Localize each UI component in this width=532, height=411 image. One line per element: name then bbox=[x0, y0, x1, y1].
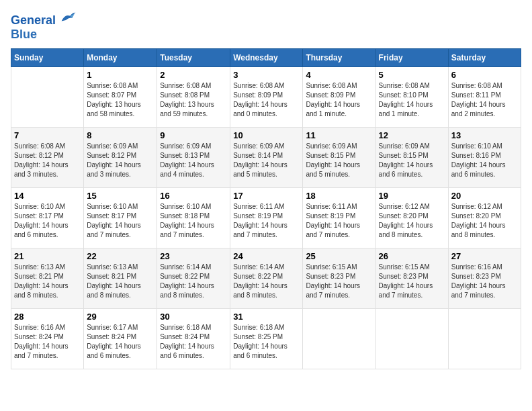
day-number: 4 bbox=[306, 70, 372, 80]
header-day-monday: Monday bbox=[84, 48, 157, 66]
day-info: Sunrise: 6:16 AMSunset: 8:24 PMDaylight:… bbox=[14, 324, 69, 359]
day-number: 18 bbox=[306, 191, 372, 201]
calendar-cell: 2 Sunrise: 6:08 AMSunset: 8:08 PMDayligh… bbox=[157, 66, 230, 127]
calendar-cell: 3 Sunrise: 6:08 AMSunset: 8:09 PMDayligh… bbox=[230, 66, 303, 127]
week-row-3: 14 Sunrise: 6:10 AMSunset: 8:17 PMDaylig… bbox=[11, 187, 521, 248]
day-number: 14 bbox=[14, 191, 81, 201]
calendar-header: SundayMondayTuesdayWednesdayThursdayFrid… bbox=[11, 48, 521, 66]
header-day-thursday: Thursday bbox=[303, 48, 375, 66]
day-info: Sunrise: 6:14 AMSunset: 8:22 PMDaylight:… bbox=[233, 263, 287, 299]
day-number: 6 bbox=[451, 70, 518, 80]
calendar-cell: 11 Sunrise: 6:09 AMSunset: 8:15 PMDaylig… bbox=[303, 127, 375, 187]
logo-blue: Blue bbox=[11, 28, 77, 42]
calendar-cell: 5 Sunrise: 6:08 AMSunset: 8:10 PMDayligh… bbox=[375, 66, 448, 127]
calendar-cell bbox=[303, 308, 375, 369]
calendar-cell: 1 Sunrise: 6:08 AMSunset: 8:07 PMDayligh… bbox=[84, 66, 157, 127]
day-info: Sunrise: 6:13 AMSunset: 8:21 PMDaylight:… bbox=[87, 263, 141, 299]
day-info: Sunrise: 6:08 AMSunset: 8:09 PMDaylight:… bbox=[306, 82, 360, 118]
calendar-cell: 26 Sunrise: 6:15 AMSunset: 8:23 PMDaylig… bbox=[375, 248, 448, 308]
day-info: Sunrise: 6:08 AMSunset: 8:08 PMDaylight:… bbox=[160, 82, 214, 118]
day-number: 26 bbox=[379, 251, 445, 261]
day-number: 30 bbox=[160, 312, 227, 322]
day-number: 9 bbox=[160, 130, 227, 140]
day-number: 22 bbox=[87, 251, 154, 261]
day-number: 25 bbox=[306, 251, 372, 261]
calendar-cell bbox=[375, 308, 448, 369]
week-row-1: 1 Sunrise: 6:08 AMSunset: 8:07 PMDayligh… bbox=[11, 66, 521, 127]
calendar-cell: 23 Sunrise: 6:14 AMSunset: 8:22 PMDaylig… bbox=[157, 248, 230, 308]
calendar-cell bbox=[448, 308, 521, 369]
day-info: Sunrise: 6:09 AMSunset: 8:15 PMDaylight:… bbox=[306, 142, 360, 178]
day-number: 19 bbox=[379, 191, 445, 201]
day-info: Sunrise: 6:09 AMSunset: 8:13 PMDaylight:… bbox=[160, 142, 214, 178]
day-number: 3 bbox=[233, 70, 300, 80]
header-day-saturday: Saturday bbox=[448, 48, 521, 66]
day-number: 29 bbox=[87, 312, 154, 322]
calendar-cell: 22 Sunrise: 6:13 AMSunset: 8:21 PMDaylig… bbox=[84, 248, 157, 308]
calendar-cell: 27 Sunrise: 6:16 AMSunset: 8:23 PMDaylig… bbox=[448, 248, 521, 308]
logo-text: General bbox=[11, 11, 77, 28]
week-row-4: 21 Sunrise: 6:13 AMSunset: 8:21 PMDaylig… bbox=[11, 248, 521, 308]
day-info: Sunrise: 6:11 AMSunset: 8:19 PMDaylight:… bbox=[233, 203, 287, 238]
day-number: 21 bbox=[14, 251, 81, 261]
day-info: Sunrise: 6:09 AMSunset: 8:14 PMDaylight:… bbox=[233, 142, 287, 178]
calendar-cell: 4 Sunrise: 6:08 AMSunset: 8:09 PMDayligh… bbox=[303, 66, 375, 127]
day-number: 24 bbox=[233, 251, 300, 261]
day-info: Sunrise: 6:13 AMSunset: 8:21 PMDaylight:… bbox=[14, 263, 69, 299]
calendar-cell: 15 Sunrise: 6:10 AMSunset: 8:17 PMDaylig… bbox=[84, 187, 157, 248]
calendar-cell: 16 Sunrise: 6:10 AMSunset: 8:18 PMDaylig… bbox=[157, 187, 230, 248]
calendar-cell: 12 Sunrise: 6:09 AMSunset: 8:15 PMDaylig… bbox=[375, 127, 448, 187]
logo-general: General bbox=[11, 13, 56, 27]
calendar-cell: 9 Sunrise: 6:09 AMSunset: 8:13 PMDayligh… bbox=[157, 127, 230, 187]
calendar-cell: 31 Sunrise: 6:18 AMSunset: 8:25 PMDaylig… bbox=[230, 308, 303, 369]
day-number: 2 bbox=[160, 70, 227, 80]
week-row-2: 7 Sunrise: 6:08 AMSunset: 8:12 PMDayligh… bbox=[11, 127, 521, 187]
calendar-cell: 6 Sunrise: 6:08 AMSunset: 8:11 PMDayligh… bbox=[448, 66, 521, 127]
day-number: 17 bbox=[233, 191, 300, 201]
day-info: Sunrise: 6:10 AMSunset: 8:17 PMDaylight:… bbox=[14, 203, 69, 238]
day-info: Sunrise: 6:16 AMSunset: 8:23 PMDaylight:… bbox=[451, 263, 506, 299]
header-day-wednesday: Wednesday bbox=[230, 48, 303, 66]
day-info: Sunrise: 6:09 AMSunset: 8:15 PMDaylight:… bbox=[379, 142, 433, 178]
day-number: 10 bbox=[233, 130, 300, 140]
day-info: Sunrise: 6:15 AMSunset: 8:23 PMDaylight:… bbox=[379, 263, 433, 299]
week-row-5: 28 Sunrise: 6:16 AMSunset: 8:24 PMDaylig… bbox=[11, 308, 521, 369]
calendar-cell: 28 Sunrise: 6:16 AMSunset: 8:24 PMDaylig… bbox=[11, 308, 84, 369]
calendar-cell: 17 Sunrise: 6:11 AMSunset: 8:19 PMDaylig… bbox=[230, 187, 303, 248]
calendar-cell: 24 Sunrise: 6:14 AMSunset: 8:22 PMDaylig… bbox=[230, 248, 303, 308]
day-info: Sunrise: 6:12 AMSunset: 8:20 PMDaylight:… bbox=[451, 203, 506, 238]
header-day-friday: Friday bbox=[375, 48, 448, 66]
day-info: Sunrise: 6:12 AMSunset: 8:20 PMDaylight:… bbox=[379, 203, 433, 238]
day-number: 15 bbox=[87, 191, 154, 201]
calendar-cell: 7 Sunrise: 6:08 AMSunset: 8:12 PMDayligh… bbox=[11, 127, 84, 187]
day-info: Sunrise: 6:10 AMSunset: 8:16 PMDaylight:… bbox=[451, 142, 506, 178]
day-number: 28 bbox=[14, 312, 81, 322]
day-info: Sunrise: 6:08 AMSunset: 8:07 PMDaylight:… bbox=[87, 82, 141, 118]
calendar-cell: 29 Sunrise: 6:17 AMSunset: 8:24 PMDaylig… bbox=[84, 308, 157, 369]
logo-bird-icon bbox=[60, 11, 77, 24]
day-number: 27 bbox=[451, 251, 518, 261]
day-info: Sunrise: 6:18 AMSunset: 8:24 PMDaylight:… bbox=[160, 324, 214, 359]
day-info: Sunrise: 6:11 AMSunset: 8:19 PMDaylight:… bbox=[306, 203, 360, 238]
calendar-cell bbox=[11, 66, 84, 127]
calendar-table: SundayMondayTuesdayWednesdayThursdayFrid… bbox=[11, 48, 521, 369]
day-info: Sunrise: 6:15 AMSunset: 8:23 PMDaylight:… bbox=[306, 263, 360, 299]
logo: General Blue bbox=[11, 11, 77, 42]
calendar-cell: 20 Sunrise: 6:12 AMSunset: 8:20 PMDaylig… bbox=[448, 187, 521, 248]
day-info: Sunrise: 6:08 AMSunset: 8:10 PMDaylight:… bbox=[379, 82, 433, 118]
calendar-cell: 8 Sunrise: 6:09 AMSunset: 8:12 PMDayligh… bbox=[84, 127, 157, 187]
day-number: 16 bbox=[160, 191, 227, 201]
day-number: 5 bbox=[379, 70, 445, 80]
calendar-cell: 14 Sunrise: 6:10 AMSunset: 8:17 PMDaylig… bbox=[11, 187, 84, 248]
day-number: 7 bbox=[14, 130, 81, 140]
day-number: 8 bbox=[87, 130, 154, 140]
day-number: 11 bbox=[306, 130, 372, 140]
day-info: Sunrise: 6:14 AMSunset: 8:22 PMDaylight:… bbox=[160, 263, 214, 299]
day-number: 31 bbox=[233, 312, 300, 322]
day-number: 1 bbox=[87, 70, 154, 80]
day-number: 12 bbox=[379, 130, 445, 140]
calendar-cell: 21 Sunrise: 6:13 AMSunset: 8:21 PMDaylig… bbox=[11, 248, 84, 308]
calendar-cell: 19 Sunrise: 6:12 AMSunset: 8:20 PMDaylig… bbox=[375, 187, 448, 248]
calendar-cell: 10 Sunrise: 6:09 AMSunset: 8:14 PMDaylig… bbox=[230, 127, 303, 187]
day-number: 20 bbox=[451, 191, 518, 201]
